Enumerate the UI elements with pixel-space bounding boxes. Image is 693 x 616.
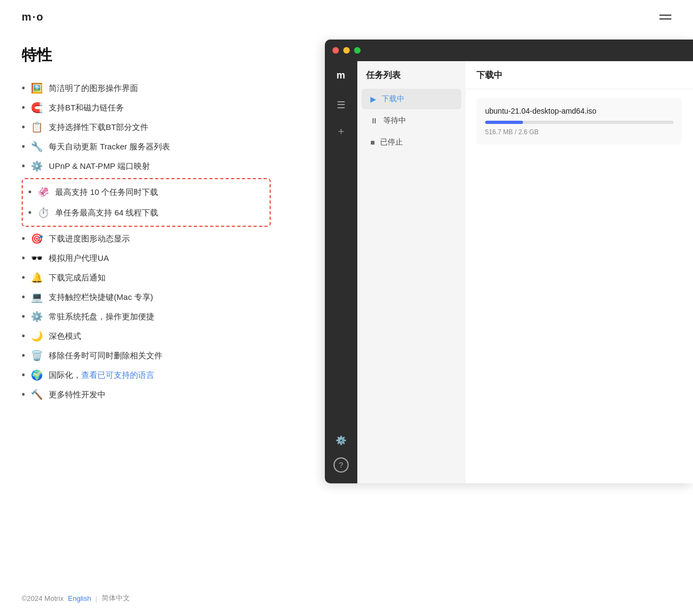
more-icon: 🔨	[30, 388, 43, 401]
list-item: 🧲 支持BT和磁力链任务	[22, 98, 271, 117]
downloaded-size: 516.7 MB	[485, 128, 513, 136]
category-downloading[interactable]: ▶ 下载中	[362, 89, 461, 109]
stop-icon: ■	[370, 138, 375, 147]
settings-icon: ⚙️	[336, 435, 346, 445]
list-item: 📋 支持选择性下载BT部分文件	[22, 117, 271, 137]
hamburger-menu-button[interactable]	[659, 15, 671, 19]
delete-icon: 🗑️	[30, 349, 43, 362]
sidebar-bottom: ⚙️ ?	[329, 427, 353, 483]
download-item: ubuntu-21.04-desktop-amd64.iso 516.7 MB …	[476, 98, 682, 145]
app-mockup: m ☰ ＋ ⚙️ ? 任务列表 ▶ 下载中	[325, 40, 693, 483]
menu-icon: ☰	[337, 99, 345, 111]
logo: m·o	[22, 11, 44, 23]
feature-text: 简洁明了的图形操作界面	[49, 83, 138, 94]
language-support-link[interactable]: 查看已可支持的语言	[81, 370, 154, 379]
gui-icon: 🖼️	[30, 82, 43, 95]
feature-text: UPnP & NAT-PMP 端口映射	[49, 161, 150, 172]
feature-text-i18n: 国际化，查看已可支持的语言	[49, 370, 154, 381]
selective-icon: 📋	[30, 121, 43, 134]
sidebar-help-icon[interactable]: ?	[334, 457, 349, 473]
feature-text: 更多特性开发中	[49, 390, 106, 400]
category-waiting[interactable]: ⏸ 等待中	[362, 110, 461, 131]
sidebar-settings-icon[interactable]: ⚙️	[329, 428, 353, 452]
sidebar-logo: m	[336, 61, 345, 92]
app-titlebar	[325, 40, 693, 61]
ua-icon: 🕶️	[30, 252, 43, 265]
list-item: 💻 支持触控栏快捷键(Mac 专享)	[22, 287, 271, 307]
concurrent-icon: 🦑	[37, 186, 50, 199]
systray-icon: ⚙️	[30, 310, 43, 323]
list-item: 🔔 下载完成后通知	[22, 268, 271, 287]
play-icon: ▶	[370, 95, 376, 103]
bt-icon: 🧲	[30, 101, 43, 114]
feature-text: 单任务最高支持 64 线程下载	[55, 208, 158, 218]
feature-text: 支持选择性下载BT部分文件	[49, 122, 148, 133]
list-item: 🌍 国际化，查看已可支持的语言	[22, 365, 271, 385]
total-size: 2.6 GB	[518, 128, 538, 136]
upnp-icon: ⚙️	[30, 160, 43, 173]
list-item: 🔧 每天自动更新 Tracker 服务器列表	[22, 137, 271, 156]
touchbar-icon: 💻	[30, 291, 43, 304]
task-list-header: 任务列表	[357, 61, 466, 88]
feature-text: 下载完成后通知	[49, 273, 106, 283]
category-waiting-label: 等待中	[383, 116, 406, 126]
download-size: 516.7 MB / 2.6 GB	[485, 128, 674, 136]
download-filename: ubuntu-21.04-desktop-amd64.iso	[485, 107, 674, 115]
features-list: 🖼️ 简洁明了的图形操作界面 🧲 支持BT和磁力链任务 📋 支持选择性下载BT部…	[22, 78, 271, 176]
list-item: ⚙️ UPnP & NAT-PMP 端口映射	[22, 156, 271, 176]
plus-icon: ＋	[336, 124, 346, 137]
category-stopped[interactable]: ■ 已停止	[362, 132, 461, 153]
pause-icon: ⏸	[370, 116, 378, 125]
feature-text: 支持触控栏快捷键(Mac 专享)	[49, 292, 153, 303]
list-item: ⏱️ 单任务最高支持 64 线程下载	[28, 203, 264, 222]
darkmode-icon: 🌙	[30, 330, 43, 343]
tracker-icon: 🔧	[30, 140, 43, 153]
page-title: 特性	[22, 45, 271, 65]
list-item: 🦑 最高支持 10 个任务同时下载	[28, 182, 264, 202]
language-chinese-link[interactable]: 简体中文	[102, 593, 130, 603]
features-section: 特性 🖼️ 简洁明了的图形操作界面 🧲 支持BT和磁力链任务 📋 支持选择性下载…	[22, 45, 271, 404]
feature-text: 常驻系统托盘，操作更加便捷	[49, 312, 154, 322]
category-downloading-label: 下载中	[382, 94, 404, 104]
notify-icon: 🔔	[30, 271, 43, 284]
copyright-text: ©2024 Motrix	[22, 594, 64, 602]
traffic-light-minimize[interactable]	[343, 47, 350, 54]
header: m·o	[0, 0, 693, 34]
traffic-light-maximize[interactable]	[354, 47, 361, 54]
feature-text: 深色模式	[49, 331, 81, 342]
i18n-icon: 🌍	[30, 369, 43, 382]
highlighted-features-list: 🦑 最高支持 10 个任务同时下载 ⏱️ 单任务最高支持 64 线程下载	[28, 182, 264, 222]
language-english-link[interactable]: English	[68, 594, 91, 602]
list-item: 🕶️ 模拟用户代理UA	[22, 248, 271, 268]
feature-text: 移除任务时可同时删除相关文件	[49, 351, 162, 361]
sidebar-add-icon[interactable]: ＋	[329, 119, 353, 143]
progress-bar-fill	[485, 121, 523, 124]
download-detail-panel: 下载中 ubuntu-21.04-desktop-amd64.iso 516.7…	[466, 40, 693, 483]
progress-icon: 🎯	[30, 232, 43, 245]
progress-bar-container	[485, 121, 674, 124]
task-list-panel: 任务列表 ▶ 下载中 ⏸ 等待中 ■ 已停止	[357, 40, 466, 483]
help-icon: ?	[339, 461, 343, 469]
hamburger-line-1	[659, 15, 671, 16]
footer: ©2024 Motrix English | 简体中文	[22, 593, 130, 603]
traffic-light-close[interactable]	[332, 47, 339, 54]
feature-text: 每天自动更新 Tracker 服务器列表	[49, 142, 170, 152]
list-item: ⚙️ 常驻系统托盘，操作更加便捷	[22, 307, 271, 326]
feature-text: 模拟用户代理UA	[49, 253, 109, 264]
category-stopped-label: 已停止	[380, 137, 403, 147]
feature-text: 最高支持 10 个任务同时下载	[55, 187, 158, 198]
list-item: 🌙 深色模式	[22, 326, 271, 346]
download-detail-header: 下载中	[466, 61, 693, 89]
list-item: 🖼️ 简洁明了的图形操作界面	[22, 78, 271, 98]
sidebar-menu-icon[interactable]: ☰	[329, 93, 353, 117]
list-item: 🎯 下载进度图形动态显示	[22, 229, 271, 248]
feature-text: 下载进度图形动态显示	[49, 234, 130, 244]
hamburger-line-2	[659, 18, 671, 19]
threads-icon: ⏱️	[37, 206, 50, 219]
features-list-2: 🎯 下载进度图形动态显示 🕶️ 模拟用户代理UA 🔔 下载完成后通知 💻 支持触…	[22, 229, 271, 404]
highlight-feature-box: 🦑 最高支持 10 个任务同时下载 ⏱️ 单任务最高支持 64 线程下载	[22, 178, 271, 227]
list-item: 🔨 更多特性开发中	[22, 385, 271, 404]
feature-text: 支持BT和磁力链任务	[49, 103, 124, 113]
main-content: 特性 🖼️ 简洁明了的图形操作界面 🧲 支持BT和磁力链任务 📋 支持选择性下载…	[0, 34, 693, 426]
list-item: 🗑️ 移除任务时可同时删除相关文件	[22, 346, 271, 365]
